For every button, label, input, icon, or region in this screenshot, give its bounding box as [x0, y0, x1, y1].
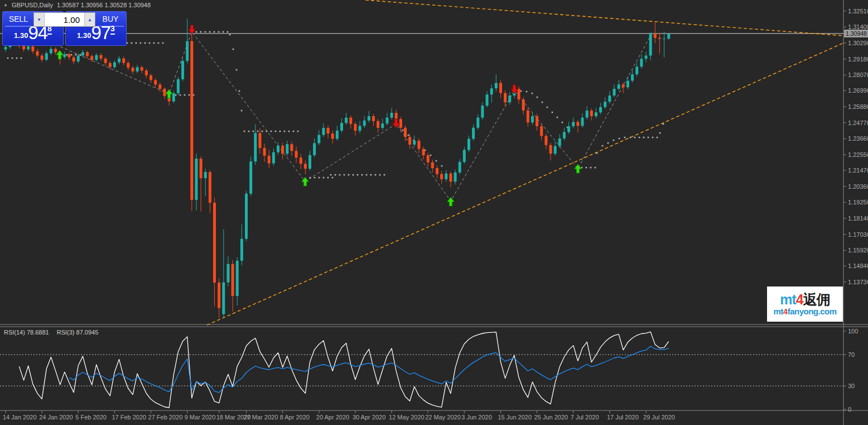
candle-body — [95, 55, 98, 60]
level-dot — [195, 31, 197, 32]
candle-body — [381, 123, 384, 128]
level-dot — [257, 130, 258, 132]
price-axis-label: 1.26990 — [848, 87, 868, 94]
trail-dot — [601, 145, 603, 146]
candle-body — [631, 74, 634, 80]
candle-body — [395, 113, 398, 119]
one-click-trade-panel: SELL 1.30948 BUY 1.30973 ▼ ▲ — [2, 11, 127, 46]
chart-canvas[interactable]: 1.325101.314001.302901.291801.280701.269… — [0, 0, 868, 425]
level-dot — [162, 42, 163, 44]
level-dot — [131, 42, 132, 44]
level-dot — [148, 42, 150, 44]
chevron-down-icon: ▼ — [37, 17, 41, 22]
level-dot — [79, 54, 81, 55]
price-axis-label: 1.22550 — [848, 151, 868, 158]
level-dot — [274, 130, 276, 132]
rsi14-value: RSI(14) 78.6881 — [4, 329, 49, 336]
candle-body — [354, 124, 356, 131]
price-axis[interactable]: 1.325101.314001.302901.291801.280701.269… — [843, 8, 868, 413]
level-dot — [334, 174, 336, 175]
volume-increase-button[interactable]: ▲ — [84, 13, 95, 26]
chart-tab-icon: ▲ — [3, 3, 8, 7]
level-dot — [594, 166, 596, 168]
candle-body — [67, 54, 70, 57]
candle-body — [486, 94, 489, 106]
candle-body — [613, 89, 616, 95]
rsi-axis-label: 70 — [848, 351, 855, 358]
candle-body — [576, 122, 579, 126]
candle-body — [54, 49, 57, 52]
level-dot — [348, 174, 349, 175]
trail-dot — [662, 123, 664, 125]
candle-body — [141, 67, 143, 70]
price-axis-label: 1.18140 — [848, 215, 868, 222]
level-dot — [218, 31, 219, 32]
level-dot — [16, 57, 17, 59]
candle-body — [77, 55, 80, 61]
level-dot — [330, 174, 331, 175]
candle-body — [186, 41, 189, 61]
chevron-up-icon: ▲ — [88, 17, 92, 22]
level-dot — [634, 136, 635, 138]
candle-body — [390, 113, 393, 118]
sell-signal-arrow-icon — [511, 85, 518, 94]
candle-body — [317, 135, 320, 144]
level-dot — [75, 54, 76, 55]
candle-body — [372, 116, 375, 121]
trail-dot — [541, 101, 543, 103]
rsi-pane — [0, 332, 843, 408]
candle-body — [286, 144, 288, 154]
candle-body — [277, 146, 279, 152]
level-dot — [379, 174, 380, 175]
level-dot — [327, 176, 329, 178]
volume-input[interactable] — [45, 13, 84, 26]
time-axis[interactable]: 14 Jan 202024 Jan 20205 Feb 202017 Feb 2… — [3, 410, 675, 421]
level-dot — [352, 174, 354, 175]
candle-body — [254, 133, 257, 161]
trendline-upper[interactable] — [365, 0, 843, 36]
volume-decrease-button[interactable]: ▼ — [34, 13, 45, 26]
candle-body — [544, 136, 547, 145]
time-axis-label: 27 Feb 2020 — [148, 414, 183, 421]
candle-body — [213, 203, 216, 283]
level-dot — [292, 130, 294, 132]
candle-body — [440, 174, 443, 179]
candle-body — [268, 156, 271, 164]
level-dot — [370, 174, 372, 175]
trendline-lower[interactable] — [207, 43, 843, 325]
price-axis-label: 1.23660 — [848, 135, 868, 142]
candle-body — [200, 159, 202, 178]
price-axis-label: 1.20360 — [848, 183, 868, 190]
trail-dot — [536, 96, 538, 98]
level-dot — [283, 130, 285, 132]
rsi-indicator-label: RSI(14) 78.6881 RSI(3) 87.0945 — [4, 329, 98, 336]
candle-body — [581, 118, 584, 126]
level-dot — [157, 42, 159, 44]
candle-body — [618, 84, 620, 89]
candle-body — [181, 61, 184, 79]
candle-body — [522, 99, 525, 111]
level-dot — [383, 174, 385, 175]
time-axis-label: 20 Apr 2020 — [316, 414, 349, 421]
trail-dot — [435, 160, 437, 161]
candle-body — [290, 144, 293, 151]
trail-dot — [407, 134, 409, 136]
level-dot — [70, 54, 72, 55]
rsi3-value: RSI(3) 87.0945 — [57, 329, 99, 336]
candle-body — [245, 194, 248, 239]
sell-signal-arrow-icon — [189, 25, 196, 34]
candle-body — [236, 261, 239, 296]
level-dot — [139, 42, 141, 44]
candle-body — [413, 141, 416, 145]
time-axis-label: 9 Mar 2020 — [185, 414, 216, 421]
candle-body — [527, 111, 529, 123]
price-axis-label: 1.32510 — [848, 8, 868, 15]
trail-dot — [607, 142, 609, 144]
candle-body — [608, 95, 611, 102]
trail-dot — [520, 90, 522, 92]
candle-body — [222, 283, 225, 314]
price-axis-label: 1.15920 — [848, 247, 868, 254]
candle-body — [586, 111, 589, 118]
price-axis-label: 1.24770 — [848, 120, 868, 126]
candle-body — [404, 128, 407, 137]
